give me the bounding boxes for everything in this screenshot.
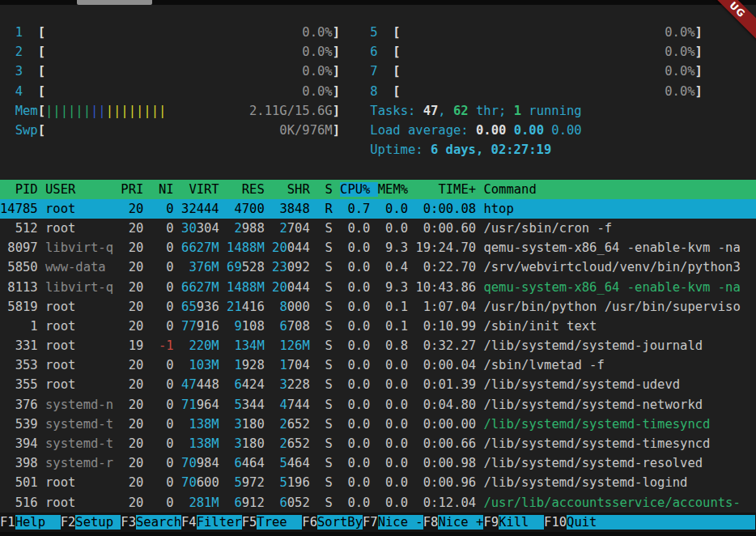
spacer — [38, 202, 45, 216]
process-row-5850[interactable]: 5850 www-data 20 0 376M 69528 23092 S 0.… — [0, 257, 756, 277]
cell-state: S — [325, 280, 332, 295]
spacer — [370, 496, 377, 510]
tasks-threads: 62 — [453, 104, 469, 118]
cell-shr-hi: 2 — [272, 417, 287, 432]
spacer — [174, 456, 181, 470]
spacer — [378, 45, 393, 59]
column-header-s[interactable]: S — [325, 182, 332, 197]
cell-state: S — [325, 338, 332, 353]
cell-pri: 20 — [121, 417, 143, 432]
process-row-398[interactable]: 398 systemd-r 20 0 70984 6464 5464 S 0.0… — [0, 453, 756, 473]
column-header-time[interactable]: TIME+ — [415, 182, 476, 197]
cell-time: 0:00.66 — [415, 436, 476, 451]
column-header-pri[interactable]: PRI — [121, 182, 143, 197]
spacer — [310, 436, 325, 451]
swap-label: Swp — [0, 123, 38, 138]
spacer — [38, 475, 45, 490]
spacer — [143, 398, 151, 412]
process-row-353[interactable]: 353 root 20 0 103M 1928 1704 S 0.0 0.0 0… — [0, 355, 756, 375]
column-header-res[interactable]: RES — [227, 182, 265, 197]
fkey-setup[interactable]: F2Setup — [61, 515, 121, 530]
column-header-user[interactable]: USER — [45, 182, 113, 197]
column-header-ni[interactable]: NI — [151, 182, 174, 197]
fkey-help[interactable]: F1Help — [0, 515, 61, 530]
fkey-number: F10 — [544, 515, 567, 530]
spacer — [333, 436, 340, 451]
process-row-355[interactable]: 355 root 20 0 47448 6424 3228 S 0.0 0.0 … — [0, 375, 756, 394]
cell-shr-hi: 5 — [272, 475, 287, 490]
spacer — [544, 123, 551, 138]
column-header-shr[interactable]: SHR — [272, 182, 310, 197]
column-header-cpu[interactable]: CPU% — [340, 182, 378, 197]
spacer — [113, 377, 121, 392]
spacer — [370, 377, 377, 392]
process-row-1[interactable]: 1 root 20 0 77916 9108 6708 S 0.0 0.1 0:… — [0, 317, 756, 336]
column-header-pid[interactable]: PID — [0, 182, 38, 197]
spacer — [174, 280, 181, 295]
fkey-filter[interactable]: F4Filter — [181, 515, 242, 530]
cell-pid: 539 — [0, 417, 38, 432]
cell-command: /sbin/lvmetad -f — [483, 358, 604, 372]
cell-mem: 0.0 — [378, 436, 408, 451]
cell-cpu: 0.0 — [340, 338, 370, 353]
spacer — [219, 240, 227, 255]
spacer — [219, 280, 227, 295]
process-row-394[interactable]: 394 systemd-t 20 0 138M 3180 2652 S 0.0 … — [0, 434, 756, 453]
process-row-8113[interactable]: 8113 libvirt-q 20 0 6627M 1488M 20044 S … — [0, 278, 756, 297]
fkey-tree[interactable]: F5Tree — [242, 515, 303, 530]
fkey-search[interactable]: F3Search — [121, 515, 181, 530]
cell-shr-hi: 2 — [272, 436, 287, 451]
meter-space — [45, 25, 302, 40]
process-row-8097[interactable]: 8097 libvirt-q 20 0 6627M 1488M 20044 S … — [0, 238, 756, 257]
spacer — [113, 417, 121, 432]
spacer — [219, 436, 227, 451]
fkey-quit[interactable]: F10Quit — [544, 515, 755, 530]
spacer — [340, 84, 370, 99]
process-row-376[interactable]: 376 systemd-n 20 0 71964 5344 4744 S 0.0… — [0, 395, 756, 415]
process-row-512[interactable]: 512 root 20 0 30304 2988 2704 S 0.0 0.0 … — [0, 219, 756, 238]
spacer — [143, 260, 151, 274]
column-header-command[interactable]: Command — [483, 182, 536, 197]
fkey-nice[interactable]: F8Nice + — [423, 515, 484, 530]
cell-shr-lo: 044 — [287, 240, 310, 255]
fkey-kill[interactable]: F9Kill — [483, 515, 544, 530]
meter-space — [401, 25, 665, 40]
table-header[interactable]: PID USER PRI NI VIRT RES SHR S CPU% MEM%… — [0, 180, 756, 199]
process-row-331[interactable]: 331 root 19 -1 220M 134M 126M S 0.0 0.8 … — [0, 336, 756, 355]
cell-virt-hi: 220M — [181, 338, 219, 353]
cell-res-hi: 3 — [227, 436, 242, 451]
process-row-14785[interactable]: 14785 root 20 0 32444 4700 3848 R 0.7 0.… — [0, 199, 756, 219]
cell-user: root — [45, 300, 113, 314]
spacer — [340, 64, 370, 79]
cpu-id: 4 — [0, 84, 23, 99]
spacer — [333, 475, 340, 490]
function-key-bar: F1Help F2Setup F3SearchF4FilterF5Tree F6… — [0, 513, 756, 532]
tasks-label: Tasks: — [370, 104, 423, 118]
process-row-539[interactable]: 539 systemd-t 20 0 138M 3180 2652 S 0.0 … — [0, 415, 756, 434]
cell-shr-lo: 704 — [287, 221, 310, 236]
cell-shr-lo: 000 — [287, 300, 310, 314]
fkey-nice[interactable]: F7Nice - — [363, 515, 423, 530]
process-row-5819[interactable]: 5819 root 20 0 65936 21416 8000 S 0.0 0.… — [0, 297, 756, 317]
spacer — [265, 456, 272, 470]
fkey-action: Search — [136, 515, 181, 530]
spacer — [370, 417, 377, 432]
cell-res-lo: 528 — [242, 260, 265, 274]
column-header-virt[interactable]: VIRT — [181, 182, 219, 197]
cell-mem: 0.0 — [378, 496, 408, 510]
load-15min: 0.00 — [551, 123, 581, 138]
cell-virt-lo: 304 — [197, 221, 219, 236]
cpu-value: 0.0% — [665, 45, 694, 59]
spacer — [310, 475, 325, 490]
fkey-sortby[interactable]: F6SortBy — [302, 515, 363, 530]
meter-close-bracket: ] — [333, 84, 340, 99]
cell-mem: 0.0 — [378, 475, 408, 490]
spacer — [219, 202, 227, 216]
column-header-mem[interactable]: MEM% — [378, 182, 408, 197]
process-row-516[interactable]: 516 root 20 0 281M 6912 6052 S 0.0 0.0 0… — [0, 493, 756, 513]
toolbar-handle[interactable] — [77, 0, 152, 5]
process-row-501[interactable]: 501 root 20 0 70600 5972 5196 S 0.0 0.0 … — [0, 473, 756, 492]
cell-shr-hi: 5 — [272, 456, 287, 470]
cell-virt-hi: 70 — [181, 456, 197, 470]
top-strip — [0, 0, 756, 5]
